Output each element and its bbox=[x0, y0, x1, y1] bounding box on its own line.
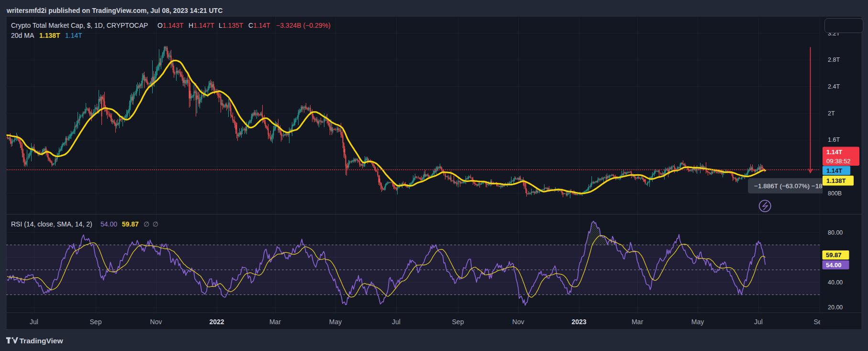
svg-text:20.00: 20.00 bbox=[828, 304, 843, 311]
svg-text:Sep: Sep bbox=[90, 318, 102, 326]
svg-text:Nov: Nov bbox=[512, 318, 524, 326]
svg-text:2023: 2023 bbox=[571, 318, 586, 326]
svg-text:TradingView: TradingView bbox=[20, 337, 64, 345]
svg-text:1.6T: 1.6T bbox=[828, 136, 840, 143]
svg-text:20d MA1.138T1.14T: 20d MA1.138T1.14T bbox=[11, 32, 82, 39]
svg-text:May: May bbox=[329, 318, 342, 326]
svg-text:Crypto Total Market Cap, $, 1D: Crypto Total Market Cap, $, 1D, CRYPTOCA… bbox=[11, 22, 331, 29]
svg-text:Nov: Nov bbox=[150, 318, 162, 326]
svg-text:writersmfd2i published on Trad: writersmfd2i published on TradingView.co… bbox=[6, 7, 223, 14]
svg-text:Mar: Mar bbox=[632, 318, 643, 326]
svg-text:Jul: Jul bbox=[30, 318, 38, 326]
svg-text:Sep: Sep bbox=[452, 318, 464, 326]
svg-text:59.87: 59.87 bbox=[826, 251, 842, 259]
svg-text:1.14T: 1.14T bbox=[826, 167, 842, 174]
svg-text:Jul: Jul bbox=[754, 318, 763, 326]
svg-text:Mar: Mar bbox=[269, 318, 281, 326]
svg-text:RSI (14, close, SMA, 14, 2)54.: RSI (14, close, SMA, 14, 2)54.0059.87∅∅ bbox=[11, 220, 158, 228]
svg-text:40.00: 40.00 bbox=[828, 279, 843, 286]
svg-text:2022: 2022 bbox=[209, 318, 224, 326]
svg-text:May: May bbox=[691, 318, 704, 326]
svg-text:80.00: 80.00 bbox=[828, 229, 843, 236]
svg-text:2.8T: 2.8T bbox=[828, 57, 840, 63]
svg-text:Jul: Jul bbox=[392, 318, 401, 326]
svg-text:09:38:52: 09:38:52 bbox=[826, 158, 851, 165]
svg-text:1.138T: 1.138T bbox=[826, 177, 846, 184]
svg-text:2.4T: 2.4T bbox=[828, 83, 840, 90]
svg-text:800B: 800B bbox=[828, 190, 842, 197]
svg-text:54.00: 54.00 bbox=[826, 261, 842, 269]
svg-text:1.14T: 1.14T bbox=[826, 148, 842, 156]
svg-text:−1.886T (−63.07%) −185: −1.886T (−63.07%) −185 bbox=[754, 182, 826, 190]
svg-text:2T: 2T bbox=[828, 110, 835, 117]
